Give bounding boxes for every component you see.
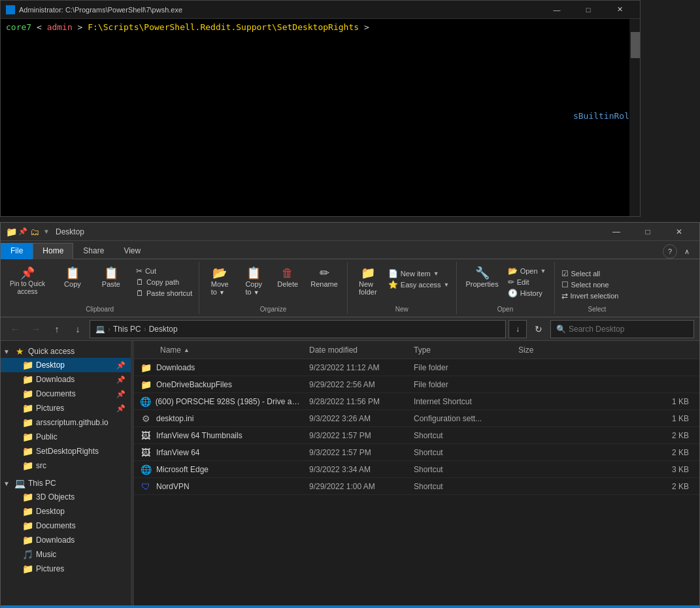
address-path[interactable]: 💻 › This PC › Desktop (90, 320, 506, 338)
tab-file[interactable]: File (1, 243, 33, 259)
sidebar-item-src[interactable]: 📁 src (1, 458, 131, 473)
easy-access-dropdown: ▼ (444, 281, 450, 288)
sidebar-item-arsscriptum[interactable]: 📁 arsscriptum.github.io (1, 415, 131, 430)
column-name[interactable]: Name ▲ (134, 345, 304, 355)
details-view-button[interactable]: ☰ (663, 605, 677, 608)
invert-selection-button[interactable]: ⇄ Invert selection (559, 291, 622, 301)
ribbon-group-organize: 📂 Moveto ▼ 📋 Copyto ▼ 🗑 Delete ✏ Rename (199, 262, 348, 314)
quick-access-star-icon: ★ (14, 346, 25, 357)
tab-home[interactable]: Home (33, 243, 73, 259)
paste-button[interactable]: 📋 Paste (95, 264, 127, 291)
column-type[interactable]: Type (408, 345, 513, 355)
column-date[interactable]: Date modified (304, 345, 408, 355)
column-size[interactable]: Size (513, 345, 699, 355)
sidebar-item-pc-desktop[interactable]: 📁 Desktop (1, 504, 131, 519)
file-name-cell: 🖼 IrfanView 64 (134, 447, 304, 458)
tab-share[interactable]: Share (73, 243, 114, 259)
select-all-button[interactable]: ☑ Select all (559, 268, 622, 279)
ribbon-help-button[interactable]: ? (663, 244, 677, 259)
sidebar-src-label: src (36, 461, 46, 470)
explorer-maximize-button[interactable]: □ (633, 223, 663, 241)
sidebar-item-desktop[interactable]: 📁 Desktop 📌 (1, 358, 131, 372)
ps-scrollbar[interactable] (629, 19, 640, 216)
easy-access-button[interactable]: ⭐ Easy access ▼ (386, 280, 452, 290)
back-button[interactable]: ← (6, 320, 24, 338)
recent-button[interactable]: ↓ (69, 320, 87, 338)
select-none-button[interactable]: ☐ Select none (559, 280, 622, 290)
file-icon: 🛡 (139, 481, 152, 492)
sidebar-item-pc-documents[interactable]: 📁 Documents (1, 519, 131, 533)
delete-button[interactable]: 🗑 Delete (271, 264, 304, 291)
ps-scrollbar-thumb[interactable] (631, 32, 640, 58)
sidebar-item-3dobjects[interactable]: 📁 3D Objects (1, 490, 131, 504)
sidebar-item-public[interactable]: 📁 Public (1, 430, 131, 444)
ribbon-collapse-button[interactable]: ∧ (680, 244, 694, 259)
new-item-button[interactable]: 📄 New item ▼ (386, 268, 452, 279)
ps-maximize-button[interactable]: □ (573, 1, 603, 19)
copy-path-button[interactable]: 🗒 Copy path (133, 277, 195, 287)
edit-icon: ✏ (508, 278, 514, 287)
sidebar-quick-access-header[interactable]: ▼ ★ Quick access (1, 344, 131, 358)
file-date-cell: 9/3/2022 3:34 AM (304, 465, 408, 474)
table-row[interactable]: 🌐 Microsoft Edge 9/3/2022 3:34 AM Shortc… (134, 461, 699, 478)
copy-button[interactable]: 📋 Copy (56, 264, 89, 291)
forward-button[interactable]: → (27, 320, 45, 338)
pin-to-quick-access-button[interactable]: 📌 Pin to Quickaccess (5, 264, 50, 298)
move-to-label: Moveto ▼ (211, 280, 229, 296)
explorer-folder-icon: 🗂 (29, 227, 40, 237)
ps-prompt: core7 (6, 22, 31, 32)
ps-close-button[interactable]: ✕ (605, 1, 635, 19)
public-folder-icon: 📁 (22, 432, 33, 442)
file-name-cell: 🌐 Microsoft Edge (134, 464, 304, 475)
sidebar-item-pc-music[interactable]: 🎵 Music (1, 547, 131, 562)
paste-shortcut-button[interactable]: 🗒 Paste shortcut (133, 288, 195, 298)
sidebar-pc-docs-label: Documents (36, 521, 76, 530)
table-row[interactable]: 🛡 NordVPN 9/29/2022 1:00 AM Shortcut 2 K… (134, 478, 699, 495)
rename-button[interactable]: ✏ Rename (305, 264, 343, 291)
sidebar-item-pc-downloads[interactable]: 📁 Downloads (1, 533, 131, 547)
search-input[interactable] (569, 325, 688, 334)
explorer-close-button[interactable]: ✕ (664, 223, 694, 241)
thispc-arrow: ▼ (3, 480, 11, 487)
sidebar-item-pc-pictures[interactable]: 📁 Pictures (1, 562, 131, 576)
new-folder-button[interactable]: 📁 Newfolder (352, 264, 384, 298)
sidebar-item-setdesktoprights[interactable]: 📁 SetDesktopRights (1, 444, 131, 458)
select-buttons: ☑ Select all ☐ Select none ⇄ Invert sele… (555, 262, 640, 304)
sidebar-item-downloads[interactable]: 📁 Downloads 📌 (1, 372, 131, 387)
table-row[interactable]: 🌐 (600) PORSCHE 928S (1985) - Drive and … (134, 393, 699, 410)
refresh-button[interactable]: ↻ (529, 320, 548, 338)
pc-icon: 💻 (14, 478, 25, 488)
table-row[interactable]: ⚙ desktop.ini 9/3/2022 3:26 AM Configura… (134, 410, 699, 427)
new-folder-label: Newfolder (359, 280, 377, 296)
move-to-button[interactable]: 📂 Moveto ▼ (203, 264, 236, 298)
ps-controls: — □ ✕ (542, 1, 635, 19)
rename-icon: ✏ (320, 267, 329, 279)
explorer-minimize-button[interactable]: — (601, 223, 631, 241)
pc-docs-folder-icon: 📁 (22, 520, 33, 531)
clipboard-buttons: 📌 Pin to Quickaccess 📋 Copy 📋 Paste (1, 262, 199, 301)
copy-label: Copy (64, 280, 81, 288)
table-row[interactable]: 🖼 IrfanView 64 Thumbnails 9/3/2022 1:57 … (134, 427, 699, 444)
file-type-cell: Shortcut (408, 431, 513, 440)
history-button[interactable]: 🕐 History (505, 288, 549, 298)
table-row[interactable]: 📁 Downloads 9/23/2022 11:12 AM File fold… (134, 359, 699, 376)
cut-button[interactable]: ✂ Cut (133, 266, 195, 276)
addr-separator1: › (108, 325, 110, 334)
properties-button[interactable]: 🔧 Properties (461, 264, 504, 291)
sidebar-item-pictures[interactable]: 📁 Pictures 📌 (1, 401, 131, 415)
addr-pc-icon: 💻 (95, 325, 105, 334)
history-icon: 🕐 (508, 289, 518, 298)
table-row[interactable]: 🖼 IrfanView 64 9/3/2022 1:57 PM Shortcut… (134, 444, 699, 461)
table-row[interactable]: 📁 OneDriveBackupFiles 9/29/2022 2:56 AM … (134, 376, 699, 393)
sidebar-item-documents[interactable]: 📁 Documents 📌 (1, 387, 131, 401)
sidebar-thispc-header[interactable]: ▼ 💻 This PC (1, 475, 131, 490)
edit-label: Edit (517, 278, 529, 286)
tab-view[interactable]: View (114, 243, 150, 259)
up-button[interactable]: ↑ (48, 320, 66, 338)
edit-button[interactable]: ✏ Edit (505, 277, 549, 287)
ps-minimize-button[interactable]: — (542, 1, 572, 19)
open-button[interactable]: 📂 Open ▼ (505, 266, 549, 276)
addr-dropdown-button[interactable]: ↓ (508, 320, 527, 338)
large-icons-view-button[interactable]: ⊞ (680, 605, 694, 608)
copy-to-button[interactable]: 📋 Copyto ▼ (237, 264, 270, 298)
